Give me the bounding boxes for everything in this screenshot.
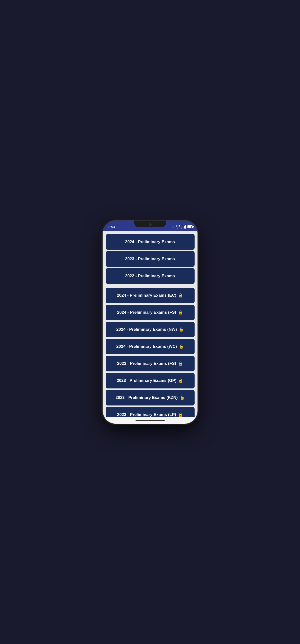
wifi-icon [176, 225, 180, 228]
lock-icon: 🔒 [178, 361, 183, 366]
lock-icon: 🔒 [178, 293, 183, 298]
exam-label-2023-prelim-kzn: 2023 - Preliminary Exams (KZN) [115, 395, 177, 400]
exam-label-2023-prelim-lp: 2023 - Preliminary Exams (LP) [117, 412, 176, 417]
exam-label-2024-prelim-fs: 2024 - Preliminary Exams (FS) [117, 310, 176, 315]
phone-camera [149, 223, 151, 226]
exam-label-2024-prelim-nw: 2024 - Preliminary Exams (NW) [116, 327, 177, 332]
exam-button-2023-prelim-fs[interactable]: 2023 - Preliminary Exams (FS)🔒 [106, 356, 195, 372]
exam-button-2024-prelim-fs[interactable]: 2024 - Preliminary Exams (FS)🔒 [106, 305, 195, 320]
exam-button-2024-prelim[interactable]: 2024 - Preliminary Exams [106, 234, 195, 250]
exam-label-2024-prelim-ec: 2024 - Preliminary Exams (EC) [117, 293, 176, 298]
phone-frame: 9:53 ◎ 2024 - Prelim [103, 220, 197, 424]
lock-icon: 🔒 [178, 378, 183, 383]
battery-icon [187, 226, 193, 228]
exam-button-2024-prelim-ec[interactable]: 2024 - Preliminary Exams (EC)🔒 [106, 288, 195, 303]
lock-icon: 🔒 [180, 395, 185, 400]
status-icons: ◎ [172, 225, 193, 228]
exam-button-2024-prelim-nw[interactable]: 2024 - Preliminary Exams (NW)🔒 [106, 322, 195, 337]
lock-icon: 🔒 [179, 344, 184, 349]
lock-icon: 🔒 [178, 310, 183, 315]
lock-icon: 🔒 [178, 412, 183, 417]
exam-label-2023-prelim-gp: 2023 - Preliminary Exams (GP) [117, 378, 177, 383]
exam-label-2024-prelim-wc: 2024 - Preliminary Exams (WC) [116, 344, 177, 349]
exam-button-2023-prelim[interactable]: 2023 - Preliminary Exams [106, 251, 195, 267]
screen-content: 2024 - Preliminary Exams2023 - Prelimina… [103, 231, 197, 417]
signal-icon [181, 225, 186, 228]
exam-label-2023-prelim-fs: 2023 - Preliminary Exams (FS) [117, 361, 176, 366]
lock-icon: 🔒 [179, 327, 184, 332]
home-indicator [136, 420, 165, 421]
exam-button-2023-prelim-gp[interactable]: 2023 - Preliminary Exams (GP)🔒 [106, 373, 195, 388]
phone-bottom-bar [103, 417, 197, 424]
exam-button-2022-prelim[interactable]: 2022 - Preliminary Exams [106, 268, 195, 284]
exam-button-2024-prelim-wc[interactable]: 2024 - Preliminary Exams (WC)🔒 [106, 339, 195, 354]
exam-button-2023-prelim-kzn[interactable]: 2023 - Preliminary Exams (KZN)🔒 [106, 390, 195, 406]
locked-exams-group: 2024 - Preliminary Exams (EC)🔒2024 - Pre… [106, 288, 195, 417]
exam-button-2023-prelim-lp[interactable]: 2023 - Preliminary Exams (LP)🔒 [106, 407, 195, 417]
notification-icon: ◎ [172, 225, 174, 228]
status-time: 9:53 [108, 225, 115, 229]
free-exams-group: 2024 - Preliminary Exams2023 - Prelimina… [106, 234, 195, 284]
